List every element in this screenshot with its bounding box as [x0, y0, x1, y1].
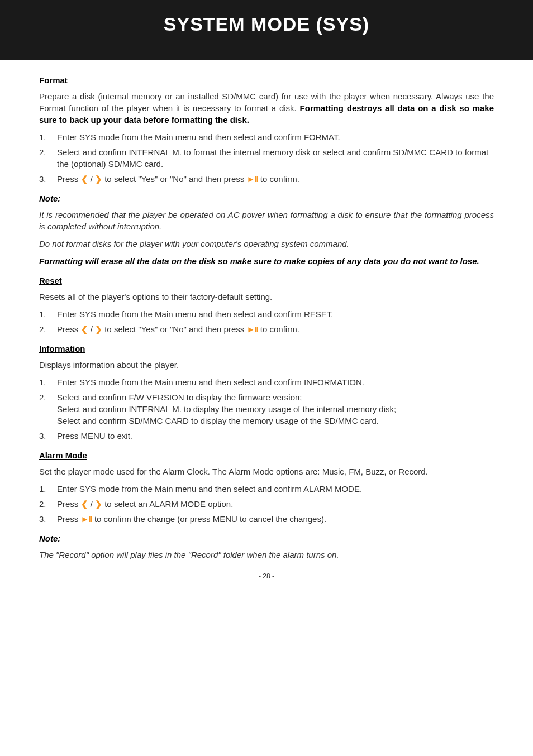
reset-intro: Resets all of the player's options to th…	[39, 291, 494, 303]
play-pause-icon: ►II	[81, 514, 92, 524]
step-number: 1.	[39, 131, 57, 143]
right-arrow-icon: ❯	[95, 499, 102, 509]
note-text: It is recommended that the player be ope…	[39, 209, 494, 232]
text: to confirm.	[258, 174, 299, 184]
note-text: The "Record" option will play files in t…	[39, 549, 494, 561]
text: to select "Yes" or "No" and then press	[102, 324, 246, 334]
left-arrow-icon: ❮	[81, 324, 88, 334]
text: to confirm.	[258, 324, 299, 334]
note-label: Note:	[39, 193, 494, 204]
page-footer: - 28 -	[39, 572, 494, 581]
play-pause-icon: ►II	[246, 324, 258, 334]
text: /	[88, 499, 96, 509]
step-body: Press ❮ / ❯ to select an ALARM MODE opti…	[57, 498, 494, 510]
step-body: Enter SYS mode from the Main menu and th…	[57, 376, 494, 388]
page-title: SYSTEM MODE (SYS)	[0, 13, 533, 35]
right-arrow-icon: ❯	[95, 174, 102, 184]
info-intro: Displays information about the player.	[39, 359, 494, 371]
format-intro: Prepare a disk (internal memory or an in…	[39, 90, 494, 126]
step-body: Enter SYS mode from the Main menu and th…	[57, 308, 494, 320]
alarm-heading: Alarm Mode	[39, 449, 494, 461]
list-item: 1. Enter SYS mode from the Main menu and…	[39, 308, 494, 320]
info-heading: Information	[39, 343, 494, 355]
alarm-intro: Set the player mode used for the Alarm C…	[39, 466, 494, 477]
step-number: 3.	[39, 173, 57, 185]
list-item: 3. Press ❮ / ❯ to select "Yes" or "No" a…	[39, 173, 494, 185]
step-body: Press MENU to exit.	[57, 430, 494, 442]
step-body: Press ►II to confirm the change (or pres…	[57, 513, 494, 525]
format-heading: Format	[39, 74, 494, 86]
step-number: 2.	[39, 146, 57, 170]
text: Press	[57, 324, 81, 334]
page-header: SYSTEM MODE (SYS)	[0, 0, 533, 60]
list-item: 2. Press ❮ / ❯ to select an ALARM MODE o…	[39, 498, 494, 510]
step-body: Enter SYS mode from the Main menu and th…	[57, 131, 494, 143]
list-item: 2. Select and confirm F/W VERSION to dis…	[39, 391, 494, 427]
note-strong: Formatting will erase all the data on th…	[39, 255, 494, 267]
list-item: 2. Press ❮ / ❯ to select "Yes" or "No" a…	[39, 323, 494, 335]
list-item: 1. Enter SYS mode from the Main menu and…	[39, 131, 494, 143]
text: /	[88, 174, 96, 184]
text: to confirm the change (or press MENU to …	[92, 514, 326, 524]
left-arrow-icon: ❮	[81, 174, 88, 184]
text: to select an ALARM MODE option.	[102, 499, 233, 509]
info-steps: 1. Enter SYS mode from the Main menu and…	[39, 376, 494, 442]
step-body: Press ❮ / ❯ to select "Yes" or "No" and …	[57, 323, 494, 335]
play-pause-icon: ►II	[246, 174, 258, 184]
step-number: 1.	[39, 483, 57, 495]
text: Press	[57, 499, 81, 509]
list-item: 1. Enter SYS mode from the Main menu and…	[39, 376, 494, 388]
text: Press	[57, 514, 81, 524]
step-body: Select and confirm INTERNAL M. to format…	[57, 146, 494, 170]
step-number: 3.	[39, 513, 57, 525]
right-arrow-icon: ❯	[95, 324, 102, 334]
list-item: 3. Press MENU to exit.	[39, 430, 494, 442]
left-arrow-icon: ❮	[81, 499, 88, 509]
list-item: 2. Select and confirm INTERNAL M. to for…	[39, 146, 494, 170]
step-number: 3.	[39, 430, 57, 442]
step-body: Enter SYS mode from the Main menu and th…	[57, 483, 494, 495]
text: to select "Yes" or "No" and then press	[102, 174, 246, 184]
reset-steps: 1. Enter SYS mode from the Main menu and…	[39, 308, 494, 335]
step-body: Press ❮ / ❯ to select "Yes" or "No" and …	[57, 173, 494, 185]
list-item: 1. Enter SYS mode from the Main menu and…	[39, 483, 494, 495]
reset-heading: Reset	[39, 275, 494, 286]
step-body: Select and confirm F/W VERSION to displa…	[57, 391, 494, 427]
alarm-steps: 1. Enter SYS mode from the Main menu and…	[39, 483, 494, 525]
text: Press	[57, 174, 81, 184]
page-content: Format Prepare a disk (internal memory o…	[0, 60, 533, 592]
step-number: 2.	[39, 498, 57, 510]
step-number: 1.	[39, 308, 57, 320]
note-text: Do not format disks for the player with …	[39, 238, 494, 250]
format-steps: 1. Enter SYS mode from the Main menu and…	[39, 131, 494, 185]
page-number: - 28 -	[259, 572, 274, 580]
step-number: 1.	[39, 376, 57, 388]
list-item: 3. Press ►II to confirm the change (or p…	[39, 513, 494, 525]
step-number: 2.	[39, 323, 57, 335]
note-label: Note:	[39, 533, 494, 544]
text: /	[88, 324, 96, 334]
step-number: 2.	[39, 391, 57, 427]
